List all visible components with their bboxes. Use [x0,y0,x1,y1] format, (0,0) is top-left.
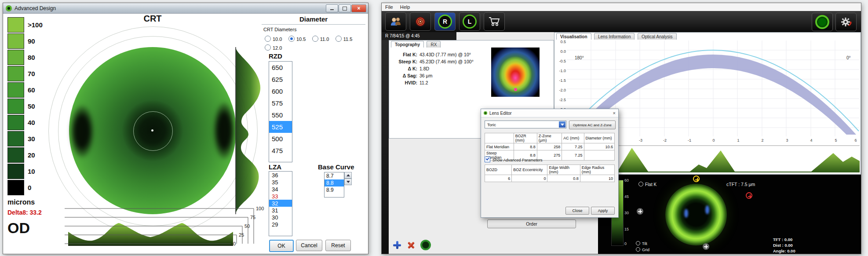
advanced-checkbox[interactable]: Show Advanced Parameters [485,157,543,162]
lza-option-selected[interactable]: 32 [269,200,292,207]
spinner-down-button[interactable] [344,179,352,185]
tab-lens-information[interactable]: Lens Information [594,33,635,40]
rzd-option-selected[interactable]: 525 [269,121,292,133]
lens-type-value: Toric [487,122,496,127]
rzd-listbox[interactable]: 650 625 600 575 550 525 500 475 [269,61,292,162]
rzd-option[interactable]: 475 [269,145,292,157]
target-button[interactable] [812,13,833,31]
lza-listbox[interactable]: 36 35 34 33 32 31 30 29 [269,171,292,236]
patient-label[interactable]: R 7/84/15 @ 4:45 [382,32,456,40]
confirm-button[interactable] [420,240,431,250]
cancel-button[interactable]: Cancel [296,240,322,251]
tab-rx[interactable]: RX [427,41,441,48]
marker-top[interactable] [693,176,700,182]
cart-icon [488,16,500,27]
lza-option-red[interactable]: 33 [269,193,292,200]
dist-label: Dist : 0.00 [773,243,793,248]
cell[interactable]: 6 [485,175,512,182]
lza-option[interactable]: 34 [269,186,292,193]
cell[interactable]: 7.25 [562,150,584,161]
add-button[interactable] [392,240,402,250]
checkbox-checked-icon[interactable] [485,157,490,162]
rzd-option[interactable]: 575 [269,97,292,109]
legend-label: 80 [28,54,35,61]
info-row: HVID:11.2 [393,80,474,85]
cart-button[interactable] [484,12,505,31]
apply-button[interactable]: Apply [591,207,615,215]
ok-button[interactable]: OK [269,240,294,252]
optimize-button[interactable]: Optimize AC and Z-Zone [569,121,616,129]
cell[interactable]: 10 [580,175,614,182]
base-curve-option-selected[interactable]: 8.8 [325,179,344,187]
right-eye-button[interactable]: R [434,12,456,31]
lza-option[interactable]: 30 [269,214,292,221]
marker-left[interactable] [637,208,643,215]
crt-title: CRT [117,14,188,24]
reset-button[interactable]: Reset [325,240,351,251]
maximize-button[interactable] [339,4,351,12]
tab-optical-analysis[interactable]: Optical Analysis [638,33,677,40]
tab-visualisation[interactable]: Visualisation [556,33,591,40]
fluorescein-map[interactable] [665,184,727,245]
legend-row: >100 [7,17,43,33]
lza-option[interactable]: 36 [269,172,292,179]
left-eye-button[interactable]: L [459,12,480,31]
lza-option[interactable]: 31 [269,207,292,214]
close-button[interactable]: × [351,4,366,12]
crt-diameters-label: CRT Diameters [263,27,296,32]
x-tick: -2 [661,138,669,143]
cell[interactable]: 10.6 [584,143,614,150]
titlebar[interactable]: Advanced Design × [3,3,368,14]
table-row[interactable]: Flat Meridian 8.8 258 7.25 10.6 [485,143,615,150]
rzd-option[interactable]: 600 [269,85,292,97]
rzd-option[interactable]: 625 [269,73,292,85]
base-curve-listbox[interactable]: 8.7 8.8 8.9 [324,172,344,197]
base-curve-option[interactable]: 8.7 [325,172,344,179]
diameter-radio-10-5[interactable]: 10.5 [288,35,306,42]
x-tick: -3 [637,138,645,143]
map-panel: 60 45 30 15 0 Flat K cTFT : 7.5 μm Tilt … [598,175,861,254]
diameter-radio-10-0[interactable]: 10.0 [265,35,282,42]
cell[interactable]: 8.8 [514,143,537,150]
cell[interactable]: 0 [512,175,547,182]
advanced-table[interactable]: BOZD BOZ Eccentricity Edge Width (mm) Ed… [485,165,615,182]
marker-right[interactable] [746,192,752,199]
cell[interactable] [584,150,614,161]
minimize-button[interactable] [326,4,338,12]
close-button[interactable]: Close [565,207,589,215]
diameter-radio-12-0[interactable]: 12.0 [265,44,282,51]
tab-topography[interactable]: Topography [391,41,424,48]
lza-option[interactable]: 35 [269,179,292,186]
table-header: Diameter (mm) [584,133,614,143]
rzd-option[interactable]: 500 [269,133,292,145]
lens-editor-dialog: Lens Editor × Toric Optimize AC and Z-Zo… [481,109,619,218]
legend-swatch [7,164,24,179]
base-curve-option[interactable]: 8.9 [325,187,344,194]
marker-bottom[interactable] [703,243,709,250]
menu-help[interactable]: Help [397,4,414,10]
diameter-radio-11-0[interactable]: 11.0 [312,35,329,42]
diameter-radio-11-5[interactable]: 11.5 [336,35,353,42]
grid-radio[interactable]: Grid [636,245,649,253]
rzd-option[interactable]: 550 [269,109,292,121]
dialog-close-button[interactable]: × [613,110,616,116]
cell[interactable]: 258 [537,143,562,150]
lens-type-select[interactable]: Toric [485,121,566,128]
rzd-option[interactable]: 650 [269,62,292,73]
cell[interactable]: 0.8 [547,175,580,182]
table-row[interactable]: 6 0 0.8 10 [485,175,615,182]
settings-button[interactable] [835,13,857,31]
axis-label: 0 [233,241,236,246]
patients-button[interactable] [385,12,406,31]
topography-image[interactable] [491,48,540,97]
order-button[interactable]: Order [487,219,576,228]
lza-option[interactable]: 29 [269,221,292,228]
advanced-design-window: Advanced Design × >100 90 80 70 60 50 40… [3,3,368,254]
menu-file[interactable]: File [382,4,397,10]
delete-button[interactable] [406,240,416,250]
flat-k-radio[interactable]: Flat K [638,180,656,188]
dialog-titlebar[interactable]: Lens Editor × [481,109,618,117]
topographer-button[interactable] [410,12,431,31]
spinner-up-button[interactable] [344,172,352,179]
cell[interactable]: 7.25 [562,143,584,150]
